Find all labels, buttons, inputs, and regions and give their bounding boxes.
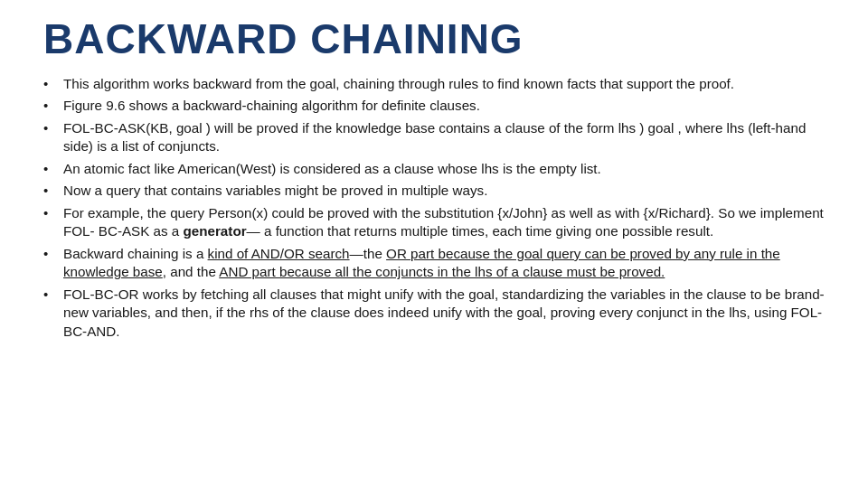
list-item: • For example, the query Person(x) could… [43,204,825,241]
list-item: • An atomic fact like American(West) is … [43,160,825,179]
page-title: BACKWARD CHAINING [43,16,825,62]
list-item: • Figure 9.6 shows a backward-chaining a… [43,97,825,116]
bullet-icon: • [43,160,60,178]
bullet-icon: • [43,245,60,263]
bullet-text: Figure 9.6 shows a backward-chaining alg… [63,97,825,116]
bullet-text: An atomic fact like American(West) is co… [63,160,825,179]
bullet-list: • This algorithm works backward from the… [43,75,825,342]
bullet-text: This algorithm works backward from the g… [63,75,825,94]
page: BACKWARD CHAINING • This algorithm works… [0,0,868,488]
list-item: • FOL-BC-OR works by fetching all clause… [43,286,825,342]
bullet-icon: • [43,204,60,222]
bullet-text: Now a query that contains variables migh… [63,182,825,201]
bullet-text: FOL-BC-ASK(KB, goal ) will be proved if … [63,119,825,156]
bullet-text: For example, the query Person(x) could b… [63,204,825,241]
list-item: • Now a query that contains variables mi… [43,182,825,201]
list-item: • Backward chaining is a kind of AND/OR … [43,245,825,282]
bullet-text: FOL-BC-OR works by fetching all clauses … [63,286,825,342]
bullet-icon: • [43,75,60,93]
list-item: • FOL-BC-ASK(KB, goal ) will be proved i… [43,119,825,156]
bullet-icon: • [43,119,60,137]
bullet-icon: • [43,182,60,200]
list-item: • This algorithm works backward from the… [43,75,825,94]
bullet-text: Backward chaining is a kind of AND/OR se… [63,245,825,282]
bullet-icon: • [43,97,60,115]
bullet-icon: • [43,286,60,304]
